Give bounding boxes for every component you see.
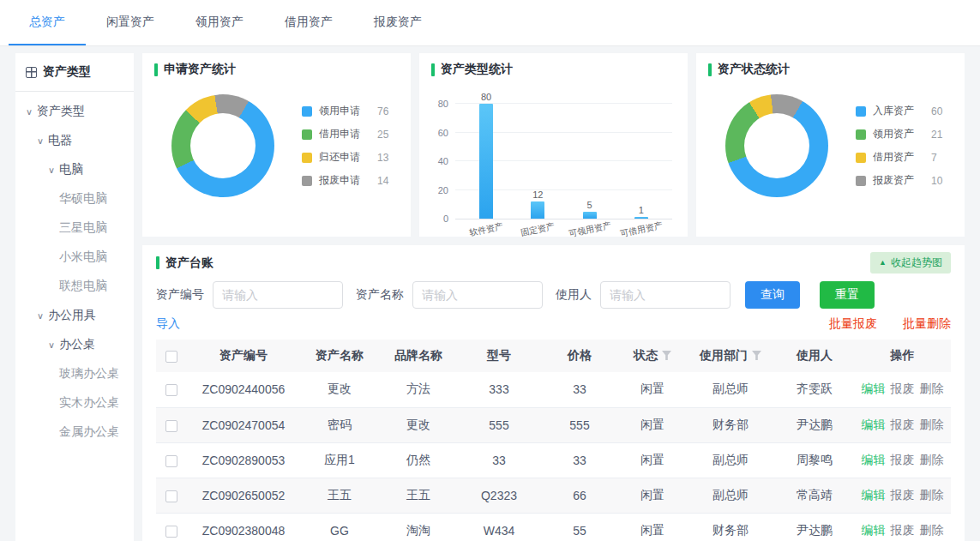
tree-node-联想电脑[interactable]: 联想电脑 (15, 272, 134, 301)
bar-可借用资产: 1 (616, 206, 667, 219)
cell-price: 33 (540, 442, 619, 478)
main-area: 申请资产统计 领用申请76借用申请25归还申请13报废申请14 资产类型统计 0… (142, 53, 965, 541)
tree-node-小米电脑[interactable]: 小米电脑 (15, 243, 134, 272)
plot-column: 801251 软件资产固定资产可领用资产可借用资产 (455, 91, 672, 236)
tree-node-华硕电脑[interactable]: 华硕电脑 (15, 184, 134, 213)
tree-node-实木办公桌[interactable]: 实木办公桌 (15, 388, 134, 418)
tab-总资产[interactable]: 总资产 (9, 0, 86, 45)
asset-dashboard: 总资产闲置资产领用资产借用资产报废资产 资产类型 ∨资产类型∨电器∨电脑华硕电脑… (0, 0, 980, 541)
tree-node-金属办公桌[interactable]: 金属办公桌 (15, 418, 134, 447)
tree-node-玻璃办公桌[interactable]: 玻璃办公桌 (15, 359, 134, 388)
tree-node-三星电脑[interactable]: 三星电脑 (15, 213, 134, 243)
filter-input-资产编号[interactable] (213, 281, 343, 309)
cell-dept: 副总师 (686, 442, 775, 478)
tree-node-电器[interactable]: ∨电器 (15, 126, 134, 155)
tab-报废资产[interactable]: 报废资产 (353, 0, 442, 45)
bar-rect (531, 201, 544, 219)
cell-status: 闲置 (619, 513, 686, 541)
filter-input-使用人[interactable] (600, 281, 730, 309)
delete-link[interactable]: 删除 (920, 523, 944, 537)
bar-value-label: 12 (532, 190, 543, 200)
bar-value-label: 5 (587, 201, 592, 210)
cell-model: W434 (458, 513, 540, 541)
delete-link[interactable]: 删除 (920, 382, 944, 395)
search-button[interactable]: 查询 (745, 281, 800, 309)
scrap-link[interactable]: 报废 (891, 523, 915, 537)
cell-code: ZC0902890053 (187, 442, 300, 478)
asset-row-ZC0902650052: ZC0902650052王五王五Q232366闲置副总师常高靖编辑报废删除 (156, 478, 951, 513)
bar-rect (634, 217, 648, 219)
x-tick-label-软件资产: 软件资产 (460, 219, 513, 241)
edit-link[interactable]: 编辑 (862, 453, 886, 466)
legend-item-报废申请: 报废申请14 (302, 173, 388, 188)
tab-闲置资产[interactable]: 闲置资产 (86, 0, 175, 45)
cell-status: 闲置 (619, 442, 686, 478)
import-link[interactable]: 导入 (156, 316, 180, 332)
edit-link[interactable]: 编辑 (862, 382, 886, 395)
scrap-link[interactable]: 报废 (891, 382, 915, 395)
batch-delete-link[interactable]: 批量删除 (903, 316, 951, 330)
cell-model: 33 (458, 442, 540, 478)
cell-model: 333 (458, 372, 540, 407)
cell-name: 王五 (300, 478, 379, 513)
batch-scrap-link[interactable]: 批量报废 (829, 316, 877, 330)
panel-apply-stats: 申请资产统计 领用申请76借用申请25归还申请13报废申请14 (142, 53, 411, 237)
panel-title-type: 资产类型统计 (431, 62, 676, 77)
edit-link[interactable]: 编辑 (862, 488, 886, 502)
filter-label: 使用人 (556, 287, 592, 303)
collapse-trend-button[interactable]: ▲ 收起趋势图 (870, 252, 951, 274)
legend-item-领用资产: 领用资产21 (856, 127, 942, 141)
scrap-link[interactable]: 报废 (891, 418, 915, 431)
tree-node-电脑[interactable]: ∨电脑 (15, 155, 134, 184)
reset-button[interactable]: 重置 (820, 281, 875, 309)
cell-dept: 副总师 (686, 478, 775, 513)
cell-dept: 财务部 (686, 513, 775, 541)
edit-link[interactable]: 编辑 (862, 418, 886, 431)
asset-row-ZC0902440056: ZC0902440056更改方法33333闲置副总师齐雯跃编辑报废删除 (156, 372, 951, 407)
cell-code: ZC0902380048 (187, 513, 300, 541)
charts-row: 申请资产统计 领用申请76借用申请25归还申请13报废申请14 资产类型统计 0… (142, 53, 965, 237)
tab-借用资产[interactable]: 借用资产 (264, 0, 353, 45)
delete-link[interactable]: 删除 (920, 418, 944, 431)
row-checkbox[interactable] (165, 384, 177, 396)
filter-label: 资产编号 (156, 287, 204, 303)
row-checkbox[interactable] (165, 455, 177, 467)
tree-node-办公桌[interactable]: ∨办公桌 (15, 330, 134, 359)
apply-chart-area: 领用申请76借用申请25归还申请13报废申请14 (154, 77, 399, 197)
row-checkbox[interactable] (165, 526, 177, 538)
row-checkbox[interactable] (165, 490, 177, 502)
legend-value: 10 (931, 175, 942, 187)
collapse-arrow-icon: ▲ (879, 259, 887, 267)
category-grid-icon (26, 67, 37, 78)
edit-link[interactable]: 编辑 (862, 523, 886, 537)
filter-funnel-icon[interactable] (662, 351, 671, 360)
tab-领用资产[interactable]: 领用资产 (175, 0, 264, 45)
select-all-checkbox[interactable] (165, 351, 177, 363)
cell-name: 密码 (300, 407, 379, 442)
tree-node-办公用具[interactable]: ∨办公用具 (15, 301, 134, 330)
legend-value: 76 (377, 105, 388, 117)
y-tick-label: 60 (438, 129, 448, 138)
column-header-资产名称: 资产名称 (300, 340, 379, 372)
bar-plot: 801251 (455, 91, 672, 219)
caret-down-icon: ∨ (48, 165, 55, 175)
cell-actions: 编辑报废删除 (854, 478, 951, 513)
tree-node-资产类型[interactable]: ∨资产类型 (15, 97, 134, 126)
filter-group-资产编号: 资产编号 (156, 281, 343, 309)
cell-dept: 财务部 (686, 407, 775, 442)
cell-brand: 王五 (379, 478, 458, 513)
ledger-header: 资产台账 ▲ 收起趋势图 (156, 252, 951, 274)
delete-link[interactable]: 删除 (920, 488, 944, 502)
cell-price: 555 (540, 407, 619, 442)
cell-price: 33 (540, 372, 619, 407)
cell-actions: 编辑报废删除 (854, 372, 951, 407)
row-checkbox[interactable] (165, 420, 177, 432)
cell-name: 更改 (300, 372, 379, 407)
legend-item-领用申请: 领用申请76 (302, 104, 388, 118)
delete-link[interactable]: 删除 (920, 453, 944, 466)
scrap-link[interactable]: 报废 (891, 488, 915, 502)
filter-funnel-icon[interactable] (752, 351, 761, 360)
filter-input-资产名称[interactable] (412, 281, 543, 309)
legend-swatch-icon (302, 106, 312, 117)
scrap-link[interactable]: 报废 (891, 453, 915, 466)
